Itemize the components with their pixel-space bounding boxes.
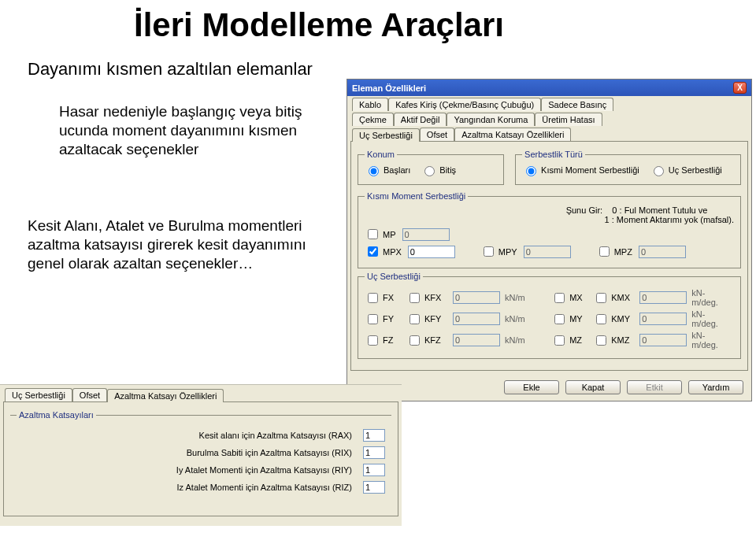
lbl-fy: FY bbox=[383, 314, 400, 324]
chk-mpx-input[interactable] bbox=[368, 246, 378, 257]
chk-mz-input[interactable] bbox=[554, 335, 565, 346]
description-para-2: Kesit Alanı, Atalet ve Burulma momentler… bbox=[28, 216, 319, 272]
chk-kmx[interactable]: KMX bbox=[593, 290, 633, 305]
tab-d2-ofset[interactable]: Ofset bbox=[72, 388, 107, 401]
tab-d2-uc[interactable]: Uç Serbestliği bbox=[5, 388, 72, 401]
unit-fy: kN/m bbox=[505, 314, 525, 324]
chk-kfz-input[interactable] bbox=[410, 335, 420, 346]
tab-row-d2: Uç Serbestliği Ofset Azaltma Katsayı Öze… bbox=[0, 387, 402, 401]
close-button[interactable]: X bbox=[733, 82, 747, 94]
kfy-value bbox=[453, 313, 500, 325]
chk-mpy[interactable]: MPY bbox=[480, 244, 517, 259]
reduction-panel-body: Azaltma Katsayıları Kesit alanı için Aza… bbox=[3, 401, 398, 516]
chk-mpx-label: MPX bbox=[383, 247, 402, 257]
chk-kfx[interactable]: KFX bbox=[406, 290, 447, 305]
tab-d2-azaltma[interactable]: Azaltma Katsayı Özellikleri bbox=[107, 389, 224, 402]
tab-sadece-basinc[interactable]: Sadece Basınç bbox=[541, 98, 613, 111]
ekle-button[interactable]: Ekle bbox=[504, 380, 559, 394]
mpy-value bbox=[524, 246, 571, 258]
chk-kmz[interactable]: KMZ bbox=[593, 333, 633, 348]
uc-serbestligi-fieldset: Uç Serbestliği FXKFXkN/mMXKMXkN-m/deg.FY… bbox=[358, 272, 741, 359]
element-properties-dialog: Eleman Özellikleri X Kablo Kafes Kiriş (… bbox=[346, 79, 752, 401]
chk-mpz-input[interactable] bbox=[599, 246, 610, 257]
chk-mpz-label: MPZ bbox=[614, 247, 632, 257]
factor-label-1: Burulma Sabiti için Azaltma Katsayısı (R… bbox=[17, 448, 357, 457]
kfx-value bbox=[453, 291, 500, 304]
uc-row: FZKFZkN/mMZKMZkN-m/deg. bbox=[365, 331, 734, 350]
dialog-titlebar: Eleman Özellikleri X bbox=[347, 80, 751, 96]
kmz-value bbox=[639, 334, 687, 346]
radio-uc[interactable]: Uç Serbestliği bbox=[650, 164, 722, 176]
tab-azaltma-katsayi[interactable]: Azaltma Katsayı Özellikleri bbox=[454, 128, 571, 141]
factor-input-3[interactable] bbox=[363, 481, 385, 494]
tab-yangindan-koruma[interactable]: Yangından Koruma bbox=[447, 113, 535, 126]
factor-input-2[interactable] bbox=[363, 464, 385, 476]
radio-bitis[interactable]: Bitiş bbox=[421, 164, 456, 176]
unit-fx: kN/m bbox=[505, 293, 525, 302]
factor-row: Iz Atalet Momenti için Azaltma Katsayısı… bbox=[17, 481, 385, 494]
chk-kmx-input[interactable] bbox=[596, 293, 606, 303]
tab-ofset[interactable]: Ofset bbox=[420, 128, 454, 141]
lbl-kmy: KMY bbox=[611, 314, 633, 324]
kismi-moment-legend: Kısmı Moment Serbestliği bbox=[365, 191, 468, 201]
chk-fx[interactable]: FX bbox=[365, 290, 400, 305]
uc-row: FXKFXkN/mMXKMXkN-m/deg. bbox=[365, 288, 734, 307]
chk-kfy-input[interactable] bbox=[410, 314, 420, 324]
chk-fx-input[interactable] bbox=[368, 293, 378, 303]
description-para-1: Hasar nedeniyle başlangıç veya bitiş ucu… bbox=[59, 102, 319, 158]
radio-baslari-input[interactable] bbox=[369, 166, 379, 176]
factor-input-1[interactable] bbox=[363, 446, 385, 459]
azaltma-fieldset: Azaltma Katsayıları Kesit alanı için Aza… bbox=[10, 410, 391, 505]
chk-mpx[interactable]: MPX bbox=[365, 244, 402, 259]
kfz-value bbox=[453, 334, 500, 346]
lbl-mz: MZ bbox=[569, 335, 587, 345]
chk-mpy-label: MPY bbox=[498, 247, 517, 257]
tab-kablo[interactable]: Kablo bbox=[352, 98, 388, 111]
tab-cekme[interactable]: Çekme bbox=[352, 113, 394, 126]
tab-aktif-degil[interactable]: Aktif Değil bbox=[394, 113, 447, 126]
factor-row: Burulma Sabiti için Azaltma Katsayısı (R… bbox=[17, 446, 385, 459]
tab-uretim-hatasi[interactable]: Üretim Hatası bbox=[535, 113, 602, 126]
tab-kafes-kiris[interactable]: Kafes Kiriş (Çekme/Basınç Çubuğu) bbox=[388, 98, 541, 111]
chk-fy[interactable]: FY bbox=[365, 312, 400, 327]
lbl-mx: MX bbox=[569, 293, 587, 302]
tab-row-1: Kablo Kafes Kiriş (Çekme/Basınç Çubuğu) … bbox=[347, 98, 751, 111]
chk-kfx-input[interactable] bbox=[410, 293, 420, 303]
serbestlik-turu-legend: Serbestlik Türü bbox=[522, 150, 585, 159]
radio-uc-input[interactable] bbox=[654, 166, 664, 176]
kapat-button[interactable]: Kapat bbox=[565, 380, 621, 394]
chk-mx[interactable]: MX bbox=[551, 290, 587, 305]
chk-my[interactable]: MY bbox=[551, 312, 587, 327]
uc-row: FYKFYkN/mMYKMYkN-m/deg. bbox=[365, 309, 734, 328]
chk-kmy-input[interactable] bbox=[596, 314, 606, 324]
radio-kismi-input[interactable] bbox=[526, 166, 536, 176]
chk-kmz-input[interactable] bbox=[596, 335, 606, 346]
chk-mz[interactable]: MZ bbox=[551, 333, 587, 348]
chk-my-input[interactable] bbox=[554, 314, 565, 324]
lbl-kfy: KFY bbox=[424, 314, 447, 324]
sunu-gir-label: Şunu Gir: bbox=[566, 205, 602, 215]
radio-kismi[interactable]: Kısmi Moment Serbestliği bbox=[522, 164, 639, 176]
chk-fz[interactable]: FZ bbox=[365, 333, 400, 348]
dialog-title: Eleman Özellikleri bbox=[352, 83, 426, 93]
radio-bitis-input[interactable] bbox=[424, 166, 435, 176]
radio-baslari[interactable]: Başları bbox=[365, 164, 410, 176]
chk-mpy-input[interactable] bbox=[484, 246, 494, 257]
yardim-button[interactable]: Yardım bbox=[688, 380, 743, 394]
chk-mx-input[interactable] bbox=[554, 293, 565, 303]
chk-kmy[interactable]: KMY bbox=[593, 312, 633, 327]
chk-kfz[interactable]: KFZ bbox=[406, 333, 447, 348]
chk-fz-input[interactable] bbox=[368, 335, 378, 346]
chk-kfy[interactable]: KFY bbox=[406, 312, 447, 327]
dialog-panel: Konum Başları Bitiş Serbestlik Türü Kısm… bbox=[350, 141, 748, 371]
tab-row-2: Çekme Aktif Değil Yangından Koruma Üreti… bbox=[347, 113, 751, 126]
tab-uc-serbestligi[interactable]: Uç Serbestliği bbox=[352, 128, 420, 142]
factor-input-0[interactable] bbox=[363, 429, 385, 442]
chk-mp-input[interactable] bbox=[368, 229, 378, 239]
chk-fy-input[interactable] bbox=[368, 314, 378, 324]
tab-row-3: Uç Serbestliği Ofset Azaltma Katsayı Öze… bbox=[347, 128, 751, 141]
mpx-value[interactable] bbox=[408, 246, 455, 258]
etkit-button[interactable]: Etkit bbox=[627, 380, 682, 394]
chk-mp[interactable]: MP bbox=[365, 227, 396, 242]
chk-mpz[interactable]: MPZ bbox=[596, 244, 632, 259]
